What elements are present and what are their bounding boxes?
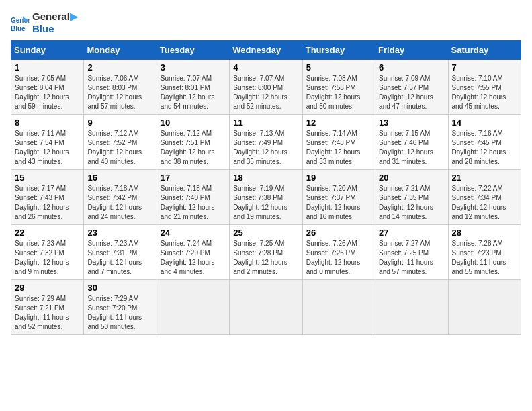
day-number: 19: [306, 173, 371, 183]
calendar-cell: 24Sunrise: 7:24 AMSunset: 7:29 PMDayligh…: [157, 225, 229, 280]
calendar-cell: 11Sunrise: 7:13 AMSunset: 7:49 PMDayligh…: [230, 115, 302, 170]
day-info: Sunrise: 7:29 AMSunset: 7:21 PMDaylight:…: [15, 294, 80, 332]
calendar-cell: 6Sunrise: 7:09 AMSunset: 7:57 PMDaylight…: [375, 60, 448, 115]
day-info: Sunrise: 7:29 AMSunset: 7:20 PMDaylight:…: [87, 294, 152, 332]
day-number: 22: [15, 228, 80, 238]
day-number: 18: [233, 173, 298, 183]
day-info: Sunrise: 7:24 AMSunset: 7:29 PMDaylight:…: [161, 239, 226, 277]
day-info: Sunrise: 7:07 AMSunset: 8:00 PMDaylight:…: [233, 74, 298, 111]
calendar-cell: 7Sunrise: 7:10 AMSunset: 7:55 PMDaylight…: [448, 60, 521, 115]
calendar-cell: 25Sunrise: 7:25 AMSunset: 7:28 PMDayligh…: [230, 225, 302, 280]
calendar-cell: 18Sunrise: 7:19 AMSunset: 7:38 PMDayligh…: [230, 170, 302, 225]
day-number: 9: [87, 118, 152, 128]
day-number: 4: [233, 62, 298, 73]
day-number: 21: [452, 173, 517, 183]
calendar-cell: 29Sunrise: 7:29 AMSunset: 7:21 PMDayligh…: [11, 280, 84, 335]
day-number: 17: [161, 173, 226, 183]
calendar-row: 8Sunrise: 7:11 AMSunset: 7:54 PMDaylight…: [11, 115, 521, 170]
day-info: Sunrise: 7:18 AMSunset: 7:42 PMDaylight:…: [87, 184, 152, 222]
calendar-cell: 1Sunrise: 7:05 AMSunset: 8:04 PMDaylight…: [11, 60, 84, 115]
day-info: Sunrise: 7:23 AMSunset: 7:31 PMDaylight:…: [87, 239, 152, 277]
calendar-cell: 21Sunrise: 7:22 AMSunset: 7:34 PMDayligh…: [448, 170, 521, 225]
calendar-cell: 14Sunrise: 7:16 AMSunset: 7:45 PMDayligh…: [448, 115, 521, 170]
day-number: 16: [87, 173, 152, 183]
day-number: 20: [379, 173, 444, 183]
calendar-cell: 13Sunrise: 7:15 AMSunset: 7:46 PMDayligh…: [375, 115, 448, 170]
day-info: Sunrise: 7:25 AMSunset: 7:28 PMDaylight:…: [233, 239, 298, 277]
calendar-row: 22Sunrise: 7:23 AMSunset: 7:32 PMDayligh…: [11, 225, 521, 280]
day-number: 10: [161, 118, 226, 128]
calendar-cell: 20Sunrise: 7:21 AMSunset: 7:35 PMDayligh…: [375, 170, 448, 225]
calendar-cell: 26Sunrise: 7:26 AMSunset: 7:26 PMDayligh…: [302, 225, 375, 280]
column-header-friday: Friday: [375, 41, 448, 60]
calendar-row: 29Sunrise: 7:29 AMSunset: 7:21 PMDayligh…: [11, 280, 521, 335]
day-info: Sunrise: 7:22 AMSunset: 7:34 PMDaylight:…: [452, 184, 517, 222]
calendar-cell: 8Sunrise: 7:11 AMSunset: 7:54 PMDaylight…: [11, 115, 84, 170]
calendar-table: SundayMondayTuesdayWednesdayThursdayFrid…: [11, 40, 521, 335]
day-number: 26: [306, 228, 371, 238]
column-header-sunday: Sunday: [11, 41, 84, 60]
day-info: Sunrise: 7:08 AMSunset: 7:58 PMDaylight:…: [306, 74, 371, 111]
calendar-cell: 2Sunrise: 7:06 AMSunset: 8:03 PMDaylight…: [84, 60, 157, 115]
day-info: Sunrise: 7:14 AMSunset: 7:48 PMDaylight:…: [306, 129, 371, 167]
day-info: Sunrise: 7:06 AMSunset: 8:03 PMDaylight:…: [87, 74, 152, 111]
day-info: Sunrise: 7:10 AMSunset: 7:55 PMDaylight:…: [452, 74, 517, 111]
day-number: 13: [379, 118, 444, 128]
day-number: 25: [233, 228, 298, 238]
svg-text:Blue: Blue: [11, 25, 26, 32]
day-number: 15: [15, 173, 80, 183]
day-info: Sunrise: 7:05 AMSunset: 8:04 PMDaylight:…: [15, 74, 80, 111]
calendar-cell: [448, 280, 521, 335]
day-info: Sunrise: 7:27 AMSunset: 7:25 PMDaylight:…: [379, 239, 444, 277]
day-number: 24: [161, 228, 226, 238]
calendar-cell: 10Sunrise: 7:12 AMSunset: 7:51 PMDayligh…: [157, 115, 229, 170]
calendar-row: 1Sunrise: 7:05 AMSunset: 8:04 PMDaylight…: [11, 60, 521, 115]
day-number: 23: [87, 228, 152, 238]
calendar-cell: 5Sunrise: 7:08 AMSunset: 7:58 PMDaylight…: [302, 60, 375, 115]
column-header-monday: Monday: [84, 41, 157, 60]
day-number: 1: [15, 62, 80, 73]
day-info: Sunrise: 7:07 AMSunset: 8:01 PMDaylight:…: [161, 74, 226, 111]
day-number: 14: [452, 118, 517, 128]
day-info: Sunrise: 7:13 AMSunset: 7:49 PMDaylight:…: [233, 129, 298, 167]
calendar-header-row: SundayMondayTuesdayWednesdayThursdayFrid…: [11, 41, 521, 60]
calendar-cell: [375, 280, 448, 335]
day-number: 2: [87, 62, 152, 73]
calendar-cell: 17Sunrise: 7:18 AMSunset: 7:40 PMDayligh…: [157, 170, 229, 225]
calendar-cell: 15Sunrise: 7:17 AMSunset: 7:43 PMDayligh…: [11, 170, 84, 225]
day-info: Sunrise: 7:21 AMSunset: 7:35 PMDaylight:…: [379, 184, 444, 222]
day-number: 30: [87, 283, 152, 293]
calendar-cell: 27Sunrise: 7:27 AMSunset: 7:25 PMDayligh…: [375, 225, 448, 280]
column-header-thursday: Thursday: [302, 41, 375, 60]
day-info: Sunrise: 7:09 AMSunset: 7:57 PMDaylight:…: [379, 74, 444, 111]
calendar-cell: 3Sunrise: 7:07 AMSunset: 8:01 PMDaylight…: [157, 60, 229, 115]
day-number: 5: [306, 62, 371, 73]
logo: General Blue General▶ Blue: [11, 11, 78, 35]
day-info: Sunrise: 7:19 AMSunset: 7:38 PMDaylight:…: [233, 184, 298, 222]
day-number: 6: [379, 62, 444, 73]
calendar-cell: 4Sunrise: 7:07 AMSunset: 8:00 PMDaylight…: [230, 60, 302, 115]
day-number: 12: [306, 118, 371, 128]
calendar-cell: 22Sunrise: 7:23 AMSunset: 7:32 PMDayligh…: [11, 225, 84, 280]
column-header-tuesday: Tuesday: [157, 41, 229, 60]
column-header-wednesday: Wednesday: [230, 41, 302, 60]
day-info: Sunrise: 7:23 AMSunset: 7:32 PMDaylight:…: [15, 239, 80, 277]
day-number: 7: [452, 62, 517, 73]
calendar-cell: [157, 280, 229, 335]
day-info: Sunrise: 7:26 AMSunset: 7:26 PMDaylight:…: [306, 239, 371, 277]
calendar-cell: 28Sunrise: 7:28 AMSunset: 7:23 PMDayligh…: [448, 225, 521, 280]
day-info: Sunrise: 7:28 AMSunset: 7:23 PMDaylight:…: [452, 239, 517, 277]
calendar-cell: 16Sunrise: 7:18 AMSunset: 7:42 PMDayligh…: [84, 170, 157, 225]
day-number: 28: [452, 228, 517, 238]
day-number: 3: [161, 62, 226, 73]
day-info: Sunrise: 7:11 AMSunset: 7:54 PMDaylight:…: [15, 129, 80, 167]
calendar-cell: 30Sunrise: 7:29 AMSunset: 7:20 PMDayligh…: [84, 280, 157, 335]
day-number: 27: [379, 228, 444, 238]
day-info: Sunrise: 7:16 AMSunset: 7:45 PMDaylight:…: [452, 129, 517, 167]
calendar-row: 15Sunrise: 7:17 AMSunset: 7:43 PMDayligh…: [11, 170, 521, 225]
calendar-cell: [302, 280, 375, 335]
page-header: General Blue General▶ Blue: [11, 11, 521, 35]
day-info: Sunrise: 7:15 AMSunset: 7:46 PMDaylight:…: [379, 129, 444, 167]
day-number: 8: [15, 118, 80, 128]
day-info: Sunrise: 7:18 AMSunset: 7:40 PMDaylight:…: [161, 184, 226, 222]
